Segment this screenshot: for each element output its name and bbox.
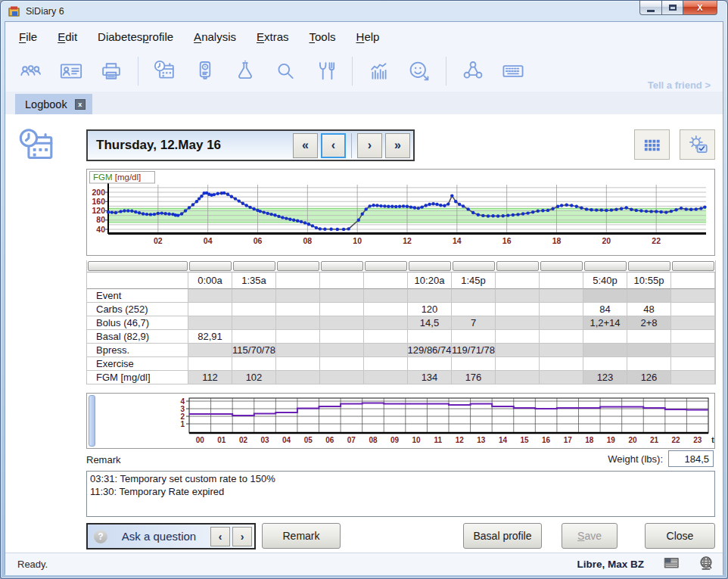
- prev-day-button[interactable]: ‹: [321, 133, 346, 158]
- logbook-cell[interactable]: [188, 357, 232, 371]
- logbook-cell[interactable]: [232, 303, 276, 316]
- globe-icon[interactable]: [698, 556, 714, 573]
- logbook-cell[interactable]: [320, 330, 364, 344]
- logbook-cell[interactable]: [496, 303, 540, 316]
- logbook-cell[interactable]: 120: [408, 303, 452, 316]
- column-button[interactable]: [584, 261, 627, 271]
- calendar-clock-icon[interactable]: [151, 58, 179, 85]
- logbook-cell[interactable]: [627, 289, 671, 303]
- sync-icon[interactable]: [459, 58, 487, 85]
- logbook-cell[interactable]: [320, 316, 364, 330]
- logbook-cell[interactable]: [496, 316, 540, 330]
- smiley-icon[interactable]: [406, 58, 433, 85]
- menu-item-file[interactable]: File: [19, 30, 37, 43]
- menu-item-analysis[interactable]: Analysis: [194, 30, 236, 43]
- menu-item-edit[interactable]: Edit: [58, 30, 77, 43]
- logbook-cell[interactable]: [188, 316, 232, 330]
- menu-item-extras[interactable]: Extras: [257, 30, 289, 43]
- logbook-cell[interactable]: 112: [188, 371, 232, 384]
- tab-close-icon[interactable]: x: [75, 99, 86, 110]
- logbook-cell[interactable]: [276, 316, 320, 330]
- column-button[interactable]: [540, 261, 583, 271]
- us-flag-icon[interactable]: [664, 556, 679, 573]
- menu-item-diabetesprofile[interactable]: Diabetesprofile: [98, 30, 173, 43]
- flask-icon[interactable]: [232, 58, 259, 85]
- column-button[interactable]: [628, 261, 670, 271]
- logbook-cell[interactable]: [232, 316, 276, 330]
- time-column-header[interactable]: 10:20a: [408, 272, 452, 289]
- time-column-header[interactable]: 1:45p: [452, 272, 496, 289]
- title-bar[interactable]: SiDiary 6 X: [5, 1, 723, 21]
- time-column-header[interactable]: [364, 272, 408, 289]
- logbook-cell[interactable]: [627, 330, 671, 344]
- time-column-header[interactable]: [320, 272, 364, 289]
- logbook-cell[interactable]: 102: [232, 371, 276, 384]
- logbook-cell[interactable]: [452, 357, 496, 371]
- column-button[interactable]: [233, 261, 275, 271]
- logbook-cell[interactable]: 176: [452, 371, 496, 384]
- logbook-cell[interactable]: [188, 344, 232, 357]
- close-window-button[interactable]: X: [683, 1, 717, 15]
- logbook-cell[interactable]: [627, 357, 671, 371]
- logbook-cell[interactable]: [408, 357, 452, 371]
- logbook-cell[interactable]: [276, 303, 320, 316]
- time-column-header[interactable]: 5:40p: [583, 272, 627, 289]
- logbook-cell[interactable]: [583, 330, 627, 344]
- logbook-cell[interactable]: [671, 289, 715, 303]
- logbook-cell[interactable]: [671, 330, 715, 344]
- basal-profile-button[interactable]: Basal profile: [463, 523, 542, 549]
- logbook-cell[interactable]: [583, 344, 627, 357]
- time-column-header[interactable]: [276, 272, 320, 289]
- glucose-meter-icon[interactable]: [191, 58, 219, 85]
- logbook-cell[interactable]: [364, 371, 408, 384]
- time-column-header[interactable]: 10:55p: [627, 272, 671, 289]
- column-button[interactable]: [277, 261, 319, 271]
- logbook-cell[interactable]: 84: [583, 303, 627, 316]
- contact-card-icon[interactable]: [58, 58, 85, 85]
- logbook-cell[interactable]: [320, 344, 364, 357]
- time-column-header[interactable]: [496, 272, 540, 289]
- logbook-cell[interactable]: [496, 330, 540, 344]
- logbook-cell[interactable]: [496, 289, 540, 303]
- statistics-icon[interactable]: [366, 58, 393, 85]
- logbook-cell[interactable]: [540, 330, 583, 344]
- logbook-cell[interactable]: [671, 371, 715, 384]
- tell-a-friend-link[interactable]: Tell a friend >: [648, 79, 711, 91]
- menu-item-help[interactable]: Help: [356, 30, 380, 43]
- column-button[interactable]: [365, 261, 407, 271]
- next-day-button[interactable]: ›: [357, 133, 382, 158]
- column-button[interactable]: [88, 261, 188, 271]
- save-button[interactable]: Save: [562, 523, 618, 549]
- options-button[interactable]: [680, 129, 715, 160]
- time-column-header[interactable]: [671, 272, 715, 289]
- logbook-cell[interactable]: [583, 289, 627, 303]
- logbook-cell[interactable]: [452, 303, 496, 316]
- remark-button[interactable]: Remark: [262, 523, 341, 549]
- logbook-cell[interactable]: [627, 344, 671, 357]
- logbook-cell[interactable]: 123: [583, 371, 627, 384]
- logbook-cell[interactable]: [496, 357, 540, 371]
- logbook-cell[interactable]: [232, 330, 276, 344]
- table-view-button[interactable]: [634, 129, 670, 160]
- logbook-cell[interactable]: [188, 289, 232, 303]
- logbook-cell[interactable]: [364, 289, 408, 303]
- logbook-cell[interactable]: 48: [627, 303, 671, 316]
- logbook-cell[interactable]: [276, 330, 320, 344]
- logbook-cell[interactable]: 2+8: [627, 316, 671, 330]
- time-column-header[interactable]: 0:00a: [188, 272, 232, 289]
- ask-prev-button[interactable]: ‹: [210, 527, 230, 546]
- logbook-cell[interactable]: [364, 330, 408, 344]
- logbook-cell[interactable]: [496, 344, 540, 357]
- minimize-button[interactable]: [639, 1, 662, 15]
- fast-next-day-button[interactable]: »: [385, 133, 410, 158]
- time-column-header[interactable]: [540, 272, 583, 289]
- time-column-header[interactable]: 1:35a: [232, 272, 276, 289]
- logbook-cell[interactable]: [320, 303, 364, 316]
- logbook-cell[interactable]: 115/70/78: [232, 344, 276, 357]
- search-icon[interactable]: [272, 58, 299, 85]
- logbook-cell[interactable]: [408, 330, 452, 344]
- logbook-cell[interactable]: [408, 289, 452, 303]
- column-button[interactable]: [409, 261, 451, 271]
- logbook-cell[interactable]: [540, 371, 583, 384]
- logbook-cell[interactable]: [540, 357, 583, 371]
